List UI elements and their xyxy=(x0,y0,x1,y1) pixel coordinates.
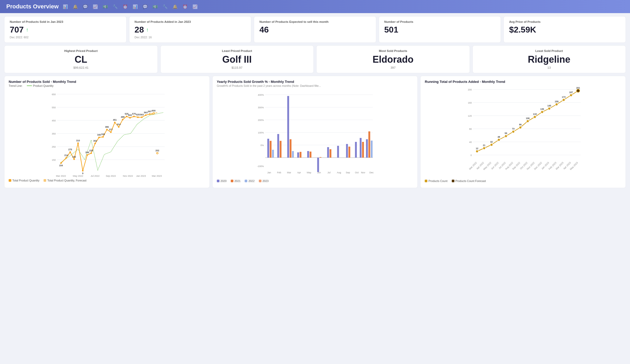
svg-text:550: 550 xyxy=(52,106,56,109)
info-highest-value: CL xyxy=(10,54,152,65)
svg-text:173: 173 xyxy=(562,96,566,98)
svg-text:187: 187 xyxy=(569,91,573,94)
chart-monthly-title: Number of Products Sold - Monthly Trend xyxy=(9,80,205,84)
trend2-icon: 📈 xyxy=(192,4,198,9)
svg-text:32: 32 xyxy=(490,141,493,143)
svg-text:86: 86 xyxy=(519,123,522,126)
bar-chart-icon: 📊 xyxy=(63,4,68,9)
legend-total: Total Product Quantity xyxy=(9,179,39,182)
svg-text:302: 302 xyxy=(93,140,97,142)
svg-text:Mar: Mar xyxy=(287,171,291,174)
svg-text:Jun: Jun xyxy=(317,171,321,174)
svg-text:120: 120 xyxy=(468,115,472,117)
bar-nov-2020 xyxy=(360,138,361,158)
kpi-card-added: Number of Products Added in Jan 2023 28 … xyxy=(129,16,251,43)
kpi-sold-arrow: ↑ xyxy=(26,27,28,33)
dp-0 xyxy=(60,162,62,164)
svg-text:602: 602 xyxy=(128,114,132,116)
bar-apr-2020 xyxy=(297,152,299,158)
dp-20 xyxy=(141,116,143,118)
kpi-avgprice-label: Avg Price of Products xyxy=(509,20,620,23)
bar-jan-2020 xyxy=(267,139,269,158)
svg-text:488: 488 xyxy=(121,116,124,118)
info-mostsold-label: Most Sold Products xyxy=(322,49,464,52)
svg-text:73: 73 xyxy=(512,127,515,130)
rt-dp-13 xyxy=(570,94,573,97)
page-title: Products Overview xyxy=(6,3,59,10)
svg-text:214: 214 xyxy=(64,154,68,157)
legend-2021: 2021 xyxy=(231,179,240,183)
rt-dp-2 xyxy=(490,143,493,146)
svg-text:59: 59 xyxy=(505,132,507,135)
svg-text:202: 202 xyxy=(155,149,159,152)
dp-17 xyxy=(129,117,131,119)
bar-sep-2020 xyxy=(346,144,348,158)
svg-text:Mar 2023: Mar 2023 xyxy=(152,175,162,177)
svg-text:350: 350 xyxy=(52,132,56,135)
header-icon-bar: 📊 🔔 💬 📈 💵 🔧 ⏰ 📊 💬 💵 🔧 🔔 ⏰ 📈 xyxy=(63,4,198,9)
svg-text:145: 145 xyxy=(548,104,551,107)
dp-8 xyxy=(94,143,96,144)
bell2-icon: 🔔 xyxy=(172,4,178,9)
svg-text:Jul: Jul xyxy=(327,171,330,174)
svg-text:Aug: Aug xyxy=(337,171,341,174)
svg-text:386: 386 xyxy=(105,126,109,128)
svg-text:563: 563 xyxy=(144,111,148,114)
svg-text:525: 525 xyxy=(136,113,140,116)
svg-text:Mar 2022: Mar 2022 xyxy=(469,161,477,170)
yearly-growth-svg: 400% 300% 200% 100% 0% -100% xyxy=(217,89,413,179)
svg-text:275: 275 xyxy=(68,148,72,151)
chart-monthly-area: 650 550 450 350 250 150 xyxy=(9,89,205,179)
dp-2 xyxy=(69,151,71,153)
dp-14 xyxy=(118,126,119,128)
info-card-leastsold: Least Sold Product Ridgeline 13 xyxy=(472,45,626,73)
rt-dp-0 xyxy=(476,150,479,153)
bar-apr-2021 xyxy=(300,152,301,158)
svg-text:Feb: Feb xyxy=(277,171,281,174)
info-leastsold-value: Ridgeline xyxy=(478,54,621,65)
kpi-added-arrow: ↑ xyxy=(146,27,149,33)
kpi-added-label: Number of Products Added in Jan 2023 xyxy=(135,20,246,23)
svg-text:150: 150 xyxy=(52,159,56,161)
bar-mar-2020 xyxy=(287,96,289,158)
rt-dp-3 xyxy=(498,138,500,141)
chart-growth-area: 400% 300% 200% 100% 0% -100% xyxy=(217,89,413,179)
svg-text:May 2022: May 2022 xyxy=(483,161,492,170)
chart-running-title: Running Total of Products Added - Monthl… xyxy=(425,80,621,84)
kpi-card-expected: Number of Products Expected to sell this… xyxy=(254,16,376,43)
bar-dec-2022 xyxy=(371,141,372,158)
info-card-leastprice: Least Priced Product Golf III $115.97 xyxy=(160,45,314,73)
legend-2021-box xyxy=(231,180,233,182)
kpi-sold-label: Number of Products Sold in Jan 2023 xyxy=(10,20,121,23)
bar-dec-2021 xyxy=(368,131,370,158)
dollar-icon: 💵 xyxy=(103,4,108,9)
svg-text:40: 40 xyxy=(469,141,472,143)
svg-text:Oct: Oct xyxy=(355,171,359,174)
legend-2022: 2022 xyxy=(245,179,254,183)
dp-forecast xyxy=(156,152,158,154)
bar-sep-2021 xyxy=(348,147,350,158)
dp-23 xyxy=(153,113,154,114)
svg-text:266: 266 xyxy=(85,151,89,154)
legend-products-forecast: Products Count Forecast xyxy=(452,179,486,183)
chart-running-total: Running Total of Products Added - Monthl… xyxy=(420,76,626,188)
bar-feb-2021 xyxy=(280,141,281,158)
dp-6 xyxy=(86,154,88,156)
svg-text:451: 451 xyxy=(113,119,117,121)
chart-yearly-growth: Yearly Products Sold Growth % - Monthly … xyxy=(212,76,418,188)
chat2-icon: 💬 xyxy=(143,4,148,9)
dp-21 xyxy=(145,114,146,116)
info-leastprice-label: Least Priced Product xyxy=(166,49,308,52)
kpi-expected-value: 46 xyxy=(259,25,371,35)
dp-19 xyxy=(137,116,139,118)
svg-text:600: 600 xyxy=(152,109,155,112)
svg-text:Jun 2022: Jun 2022 xyxy=(491,161,499,170)
legend-products-count: Products Count xyxy=(425,179,447,183)
svg-text:May: May xyxy=(307,171,312,174)
kpi-card-products: Number of Products 501 xyxy=(379,16,501,43)
legend-green-line xyxy=(27,85,32,86)
svg-text:338: 338 xyxy=(101,133,105,136)
trend-line-label: Trend Line: xyxy=(9,84,23,87)
svg-text:200%: 200% xyxy=(258,119,264,121)
bar-jun-2021 xyxy=(319,157,321,158)
